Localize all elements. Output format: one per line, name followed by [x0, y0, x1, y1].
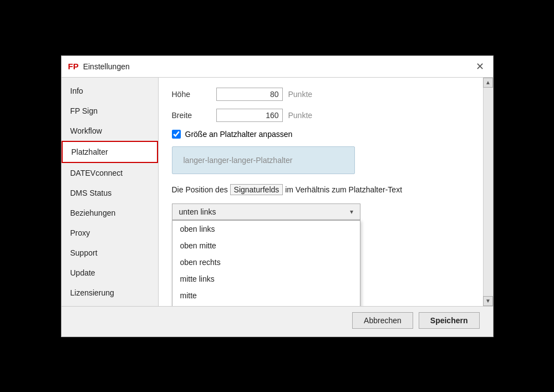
- position-dropdown-button[interactable]: unten links ▾: [172, 203, 360, 220]
- dropdown-selected-label: unten links: [179, 207, 216, 216]
- close-button[interactable]: ✕: [474, 60, 486, 73]
- title-bar-left: FP Einstellungen: [68, 62, 130, 71]
- sidebar: Info FP Sign Workflow Platzhalter DATEVc…: [62, 78, 159, 306]
- scrollbar[interactable]: ▲ ▼: [483, 78, 493, 306]
- scroll-down-arrow[interactable]: ▼: [483, 296, 493, 306]
- window-body: Info FP Sign Workflow Platzhalter DATEVc…: [62, 78, 493, 306]
- sidebar-item-beziehungen[interactable]: Beziehungen: [62, 203, 158, 223]
- position-highlight: Signaturfelds: [230, 184, 283, 195]
- size-checkbox[interactable]: [172, 130, 181, 139]
- save-button[interactable]: Speichern: [419, 312, 480, 329]
- sidebar-item-workflow[interactable]: Workflow: [62, 121, 158, 141]
- breite-unit: Punkte: [288, 111, 313, 120]
- dropdown-list: oben links oben mitte oben rechts mitte …: [172, 220, 360, 306]
- checkbox-label: Größe an Platzhalter anpassen: [185, 130, 293, 139]
- scroll-up-arrow[interactable]: ▲: [483, 78, 493, 88]
- hoehe-unit: Punkte: [288, 90, 313, 99]
- hoehe-label: Höhe: [172, 90, 211, 99]
- main-content: Höhe Punkte Breite Punkte Größe an Platz…: [159, 78, 493, 306]
- position-dropdown-container: unten links ▾ oben links oben mitte oben…: [172, 203, 360, 220]
- cancel-button[interactable]: Abbrechen: [352, 312, 413, 329]
- checkbox-row: Größe an Platzhalter anpassen: [172, 130, 480, 139]
- sidebar-item-dms-status[interactable]: DMS Status: [62, 183, 158, 203]
- window-title: Einstellungen: [83, 62, 130, 71]
- footer-buttons: Abbrechen Speichern: [62, 306, 493, 337]
- title-bar: FP Einstellungen ✕: [62, 56, 493, 78]
- sidebar-item-fp-sign[interactable]: FP Sign: [62, 101, 158, 121]
- option-oben-links[interactable]: oben links: [172, 221, 360, 237]
- placeholder-preview: langer-langer-langer-Platzhalter: [172, 146, 355, 174]
- sidebar-item-info[interactable]: Info: [62, 81, 158, 101]
- hoehe-row: Höhe Punkte: [172, 88, 480, 101]
- sidebar-item-support[interactable]: Support: [62, 243, 158, 263]
- hoehe-input[interactable]: [216, 88, 283, 101]
- sidebar-item-update[interactable]: Update: [62, 263, 158, 283]
- option-oben-rechts[interactable]: oben rechts: [172, 254, 360, 271]
- sidebar-item-datevconnect[interactable]: DATEVconnect: [62, 163, 158, 183]
- sidebar-item-platzhalter[interactable]: Platzhalter: [62, 141, 158, 163]
- breite-input[interactable]: [216, 109, 283, 122]
- fp-logo: FP: [68, 62, 79, 71]
- sidebar-item-proxy[interactable]: Proxy: [62, 223, 158, 243]
- breite-label: Breite: [172, 111, 211, 120]
- breite-row: Breite Punkte: [172, 109, 480, 122]
- option-mitte-links[interactable]: mitte links: [172, 271, 360, 287]
- scroll-track[interactable]: [484, 88, 493, 296]
- dropdown-arrow-icon: ▾: [350, 208, 353, 216]
- position-label: Die Position des Signaturfelds im Verhäl…: [172, 184, 480, 196]
- option-oben-mitte[interactable]: oben mitte: [172, 237, 360, 254]
- option-mitte-rechts[interactable]: mitte rechts: [172, 304, 360, 306]
- settings-window: FP Einstellungen ✕ Info FP Sign Workflow…: [61, 55, 494, 337]
- position-text-pre: Die Position des: [172, 185, 230, 194]
- option-mitte[interactable]: mitte: [172, 287, 360, 304]
- sidebar-item-lizensierung[interactable]: Lizensierung: [62, 283, 158, 303]
- position-text-post: im Verhältnis zum Platzhalter-Text: [283, 185, 402, 194]
